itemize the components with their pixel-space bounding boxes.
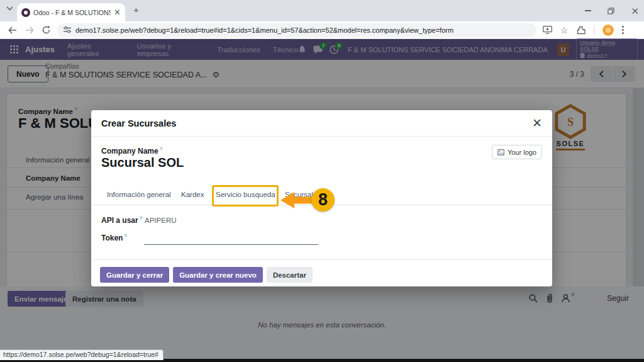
create-sucursales-modal: Crear Sucursales ✕ Company Name? Sucursa…	[91, 110, 552, 286]
modal-company-name-value[interactable]: Sucursal SOL	[101, 156, 184, 170]
help-marker: ?	[124, 233, 126, 239]
modal-title: Crear Sucursales	[101, 118, 176, 128]
browser-url-bar: demo17.solse.pe/web?debug=1&reload=true#…	[0, 21, 644, 39]
back-icon[interactable]	[8, 26, 17, 34]
api-value[interactable]: APIPERU	[145, 217, 177, 224]
address-bar[interactable]: demo17.solse.pe/web?debug=1&reload=true#…	[57, 23, 536, 37]
help-marker: ?	[140, 215, 142, 221]
modal-company-name-label: Company Name?	[101, 146, 162, 156]
new-tab-button[interactable]: +	[133, 4, 139, 15]
site-info-icon[interactable]	[64, 26, 71, 33]
modal-header: Crear Sucursales ✕	[91, 110, 552, 137]
your-logo-label: Your logo	[508, 149, 536, 156]
bookmark-star-icon[interactable]: ☆	[560, 26, 569, 35]
tab-close-icon[interactable]: ✕	[114, 8, 121, 16]
browser-menu-icon[interactable]	[622, 26, 624, 34]
modal-close-icon[interactable]: ✕	[532, 117, 542, 129]
tab-kardex[interactable]: Kardex	[181, 191, 204, 198]
forward-icon[interactable]	[25, 26, 34, 34]
save-close-button[interactable]: Guardar y cerrar	[100, 267, 169, 283]
tab-servicio-busqueda[interactable]: Servicio busqueda	[216, 191, 275, 198]
url-text: demo17.solse.pe/web?debug=1&reload=true#…	[75, 26, 453, 34]
toolbar-separator	[594, 26, 594, 35]
tab-informacion-general[interactable]: Información general	[107, 191, 171, 198]
tab-search-icon[interactable]	[6, 6, 13, 11]
discard-button[interactable]: Descartar	[267, 267, 313, 283]
window-minimize-button[interactable]	[585, 10, 591, 11]
browser-tab-bar: Odoo - F & M SOLUTIONS SER ✕ + ✕	[0, 0, 644, 21]
tab-title: Odoo - F & M SOLUTIONS SER	[33, 9, 111, 16]
api-label: API a usar?	[101, 215, 142, 225]
window-controls: ✕	[585, 0, 639, 21]
browser-status-bubble: https://demo17.solse.pe/web?debug=1&relo…	[0, 349, 164, 360]
token-input[interactable]	[144, 234, 318, 245]
browser-profile-avatar[interactable]	[602, 25, 614, 36]
window-close-button[interactable]: ✕	[631, 6, 639, 16]
your-logo-button[interactable]: Your logo	[492, 145, 542, 159]
extensions-icon[interactable]	[577, 26, 586, 35]
browser-tab[interactable]: Odoo - F & M SOLUTIONS SER ✕	[17, 3, 125, 21]
odoo-favicon	[21, 8, 30, 17]
tutorial-step-badge: 8	[311, 188, 335, 212]
token-label: Token?	[101, 233, 127, 242]
image-icon	[497, 149, 504, 156]
reload-icon[interactable]	[42, 26, 50, 34]
save-new-button[interactable]: Guardar y crear nuevo	[173, 267, 263, 283]
modal-footer: Guardar y cerrar Guardar y crear nuevo D…	[100, 267, 313, 283]
help-marker: ?	[160, 146, 162, 152]
browser-actions: ☆	[543, 25, 624, 36]
footer-divider	[91, 259, 552, 260]
install-icon[interactable]	[543, 26, 552, 34]
window-restore-button[interactable]	[608, 8, 614, 14]
